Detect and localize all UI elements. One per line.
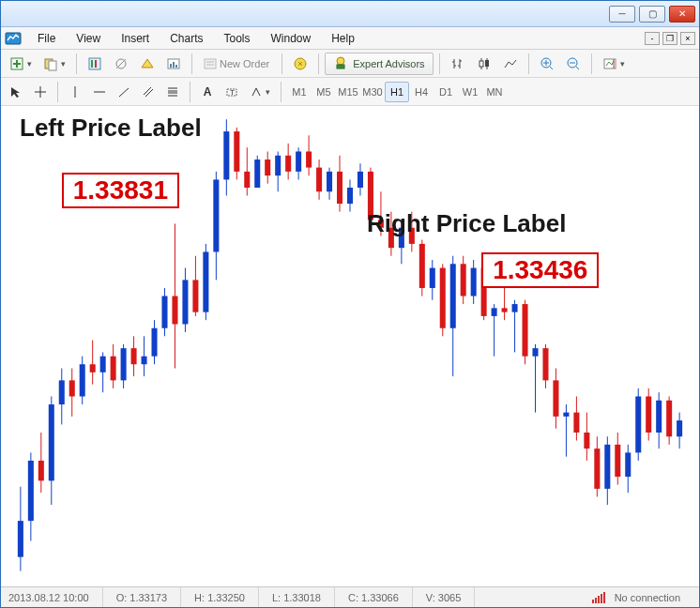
svg-rect-109 [296,151,301,171]
svg-rect-29 [479,61,483,67]
left-price-label-box[interactable]: 1.33831 [62,173,179,208]
expert-advisors-button[interactable]: Expert Advisors [325,53,433,75]
menu-charts[interactable]: Charts [160,29,213,48]
svg-rect-187 [601,594,602,603]
market-watch-button[interactable] [83,53,107,75]
menu-help[interactable]: Help [321,29,365,48]
terminal-button[interactable] [135,53,160,75]
timeframe-w1[interactable]: W1 [458,82,482,102]
fibonacci-button[interactable] [161,81,184,103]
timeframe-m1[interactable]: M1 [287,82,312,102]
timeframe-m15[interactable]: M15 [336,82,360,102]
svg-rect-157 [542,348,548,380]
zoom-out-button[interactable] [561,53,586,75]
arrows-button[interactable] [245,81,275,103]
svg-rect-133 [419,244,425,288]
mdi-restore-button[interactable]: ❐ [662,32,677,45]
svg-rect-179 [656,401,662,433]
svg-rect-143 [471,268,477,296]
svg-rect-73 [111,357,116,381]
profiles-button[interactable] [38,53,70,75]
right-price-label-box[interactable]: 1.33436 [481,252,599,288]
svg-rect-155 [532,348,538,357]
vertical-line-button[interactable] [64,81,86,103]
auto-scroll-button[interactable] [598,53,630,75]
new-chart-button[interactable] [5,53,37,75]
text-button[interactable]: A [196,81,219,103]
chart-candles-button[interactable] [472,53,496,75]
svg-rect-71 [100,357,106,372]
svg-rect-188 [603,592,605,603]
timeframe-mn[interactable]: MN [482,82,507,102]
crosshair-button[interactable] [29,81,52,103]
horizontal-line-button[interactable] [88,81,111,103]
mdi-close-button[interactable]: × [680,32,695,45]
zoom-in-button[interactable] [535,53,559,75]
menu-insert[interactable]: Insert [111,29,160,48]
svg-rect-14 [173,62,175,68]
titlebar: ─ ▢ ✕ [1,1,699,27]
text-label-button[interactable]: T [221,81,243,103]
new-order-button[interactable]: New Order [198,53,276,75]
right-price-value: 1.33436 [493,255,587,284]
svg-rect-121 [358,172,363,188]
svg-rect-21 [337,65,344,68]
window-close-button[interactable]: ✕ [669,6,695,23]
chart-line-button[interactable] [498,53,523,75]
svg-rect-163 [573,413,579,433]
timeframe-m5[interactable]: M5 [312,82,336,102]
svg-rect-151 [512,304,518,312]
expert-advisors-label: Expert Advisors [353,58,424,69]
menubar: File View Insert Charts Tools Window Hel… [1,27,699,50]
expert-advisors-icon [333,55,348,72]
svg-rect-87 [182,280,188,324]
navigator-button[interactable] [109,53,133,75]
trendline-button[interactable] [113,81,135,103]
chart-bars-button[interactable] [446,53,470,75]
status-vol: V: 3065 [413,587,476,607]
svg-rect-171 [615,445,620,477]
status-datetime: 2013.08.12 10:00 [7,587,103,607]
metaeditor-button[interactable] [288,53,312,75]
menu-tools[interactable]: Tools [214,29,261,48]
svg-line-46 [144,87,151,95]
svg-rect-181 [666,401,672,437]
timeframe-h1[interactable]: H1 [385,82,409,102]
svg-rect-147 [492,308,497,316]
toolbar-main: New Order Expert Advisors [1,50,699,78]
statusbar: 2013.08.12 10:00 O: 1.33173 H: 1.33250 L… [1,586,699,607]
svg-rect-115 [327,172,332,191]
svg-rect-16 [205,59,216,68]
svg-rect-97 [234,131,239,172]
svg-rect-167 [594,448,600,489]
svg-rect-175 [635,396,641,452]
svg-rect-75 [121,348,127,380]
timeframe-m30[interactable]: M30 [360,82,385,102]
mdi-minimize-button[interactable]: - [645,32,660,45]
svg-rect-185 [595,598,597,603]
menu-window[interactable]: Window [261,29,322,48]
connection-icon [592,592,609,603]
strategy-tester-button[interactable] [161,53,186,75]
cursor-button[interactable] [5,81,27,103]
window-maximize-button[interactable]: ▢ [639,6,665,23]
svg-rect-169 [604,445,610,489]
timeframe-h4[interactable]: H4 [409,82,434,102]
chart-area[interactable]: Left Price Label Right Price Label 1.338… [1,106,699,586]
svg-rect-77 [131,348,137,364]
svg-rect-107 [285,156,291,172]
svg-text:T: T [230,88,235,97]
svg-rect-91 [203,251,208,312]
menu-view[interactable]: View [66,29,111,48]
window-minimize-button[interactable]: ─ [609,6,635,23]
toolbar-drawing: A T M1M5M15M30H1H4D1W1MN [1,78,699,106]
status-high: H: 1.33250 [181,587,259,607]
svg-line-33 [550,67,553,69]
timeframe-d1[interactable]: D1 [434,82,458,102]
app-icon [5,30,22,47]
menu-file[interactable]: File [27,29,66,48]
equidistant-channel-button[interactable] [137,81,160,103]
svg-rect-81 [152,328,158,357]
svg-rect-95 [223,131,229,179]
svg-rect-186 [598,596,600,603]
